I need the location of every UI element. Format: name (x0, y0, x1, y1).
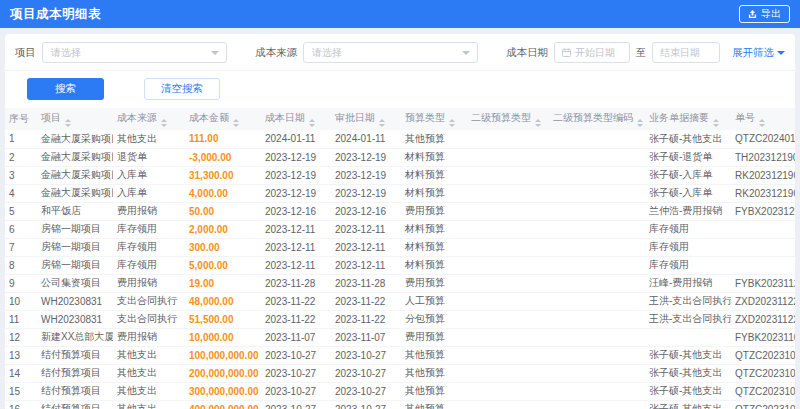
table-row[interactable]: 11WH20230831支出合同执行51,500.002023-11-22202… (5, 310, 795, 328)
column-header[interactable]: 项目 (37, 108, 113, 130)
sort-carets-icon[interactable] (65, 119, 71, 127)
cost-date-end-input[interactable]: 结束日期 (652, 42, 720, 63)
table-row[interactable]: 8房锦一期项目库存领用5,000.002023-12-112023-12-11材… (5, 256, 795, 274)
table-cell (549, 274, 645, 292)
table-cell: 2023-12-11 (331, 238, 401, 256)
sort-carets-icon[interactable] (637, 119, 643, 127)
table-cell: 2023-10-27 (261, 364, 331, 382)
table-cell: QTZC20231027002 (731, 364, 795, 382)
sort-carets-icon[interactable] (759, 119, 765, 127)
project-select[interactable]: 请选择 (42, 42, 227, 63)
table-cell: 5,000.00 (185, 256, 261, 274)
column-header[interactable]: 预算类型 (401, 108, 467, 130)
table-row[interactable]: 6房锦一期项目库存领用2,000.002023-12-112023-12-11材… (5, 220, 795, 238)
column-header-label: 成本来源 (117, 112, 157, 123)
table-cell: WH20230831 (37, 310, 113, 328)
column-header[interactable]: 二级预算类型 (467, 108, 549, 130)
chevron-down-icon (211, 51, 219, 55)
table-cell: 2023-12-19 (261, 148, 331, 166)
sort-carets-icon[interactable] (449, 119, 455, 127)
project-select-placeholder: 请选择 (51, 46, 81, 60)
top-header-bar: 项目成本明细表 导出 (0, 0, 800, 28)
search-button[interactable]: 搜索 (27, 78, 104, 100)
column-header[interactable]: 业务单据摘要 (645, 108, 731, 130)
page-title: 项目成本明细表 (10, 6, 101, 23)
table-cell (467, 274, 549, 292)
table-row[interactable]: 5和平饭店费用报销50.002023-12-162023-12-16费用预算兰仲… (5, 202, 795, 220)
table-row[interactable]: 3金融大厦采购项目入库单31,300.002023-12-192023-12-1… (5, 166, 795, 184)
table-cell: 库存领用 (113, 238, 185, 256)
project-filter: 项目 请选择 (15, 42, 255, 63)
table-cell: 8 (5, 256, 37, 274)
column-header-label: 成本金额 (189, 112, 229, 123)
table-cell: 金融大厦采购项目 (37, 166, 113, 184)
clear-search-button[interactable]: 清空搜索 (144, 78, 220, 100)
table-cell: 费用报销 (113, 274, 185, 292)
table-cell: 2023-10-27 (331, 400, 401, 409)
table-cell: 库存领用 (645, 220, 731, 238)
table-row[interactable]: 10WH20230831支出合同执行48,000.002023-11-22202… (5, 292, 795, 310)
column-header[interactable]: 成本日期 (261, 108, 331, 130)
table-cell: RK20231219003 (731, 166, 795, 184)
sort-carets-icon[interactable] (535, 119, 541, 127)
cost-source-select[interactable]: 请选择 (303, 42, 478, 63)
table-cell: 3 (5, 166, 37, 184)
table-row[interactable]: 7房锦一期项目库存领用300.002023-12-112023-12-11材料预… (5, 238, 795, 256)
table-cell: 其他预算 (401, 130, 467, 148)
table-row[interactable]: 1金融大厦采购项目其他支出111.002024-01-112024-01-11其… (5, 130, 795, 148)
column-header[interactable]: 二级预算类型编码 (549, 108, 645, 130)
table-cell: WH20230831 (37, 292, 113, 310)
calendar-icon (562, 48, 571, 57)
table-row[interactable]: 13结付预算项目其他支出100,000,000.002023-10-272023… (5, 346, 795, 364)
export-button[interactable]: 导出 (739, 5, 790, 23)
table-cell: FYBK20231128001 (731, 274, 795, 292)
column-header-label: 业务单据摘要 (649, 112, 709, 123)
column-header[interactable]: 单号 (731, 108, 795, 130)
project-filter-label: 项目 (15, 46, 36, 60)
sort-carets-icon[interactable] (161, 119, 167, 127)
table-cell: 2024-01-11 (331, 130, 401, 148)
table-cell: 6 (5, 220, 37, 238)
table-cell: 2023-12-19 (331, 184, 401, 202)
date-range-separator: 至 (636, 46, 646, 60)
table-row[interactable]: 9公司集资项目费用报销19.002023-11-282023-11-28费用预算… (5, 274, 795, 292)
cost-date-start-input[interactable]: 开始日期 (554, 42, 630, 63)
expand-filter-link[interactable]: 展开筛选 (732, 46, 785, 60)
sort-carets-icon[interactable] (713, 119, 719, 127)
column-header[interactable]: 成本来源 (113, 108, 185, 130)
table-cell: 费用报销 (113, 202, 185, 220)
table-row[interactable]: 12新建XX总部大厦工程二期费用报销10,000.002023-11-07202… (5, 328, 795, 346)
table-cell: RK20231219002 (731, 184, 795, 202)
table-row[interactable]: 4金融大厦采购项目入库单4,000.002023-12-192023-12-19… (5, 184, 795, 202)
table-cell: 费用预算 (401, 202, 467, 220)
table-cell: ZXD20231122001 (731, 310, 795, 328)
table-cell: 张子硕-其他支出 (645, 346, 731, 364)
table-cell: FYBK20231107001 (731, 328, 795, 346)
table-cell: 2023-12-11 (331, 220, 401, 238)
table-cell (467, 202, 549, 220)
table-row[interactable]: 15结付预算项目其他支出300,000,000.002023-10-272023… (5, 382, 795, 400)
column-header[interactable]: 成本金额 (185, 108, 261, 130)
table-row[interactable]: 2金融大厦采购项目退货单-3,000.002023-12-192023-12-1… (5, 148, 795, 166)
column-header-label: 预算类型 (405, 112, 445, 123)
sort-carets-icon[interactable] (233, 119, 239, 127)
table-cell: 300.00 (185, 238, 261, 256)
table-row[interactable]: 16结付预算项目其他支出400,000,000.002023-10-272023… (5, 400, 795, 409)
table-cell: 张子硕-入库单 (645, 184, 731, 202)
table-cell (549, 256, 645, 274)
column-header[interactable]: 审批日期 (331, 108, 401, 130)
table-cell: 新建XX总部大厦工程二期 (37, 328, 113, 346)
table-cell: 7 (5, 238, 37, 256)
export-icon (748, 10, 757, 19)
table-cell: 库存领用 (645, 256, 731, 274)
table-cell: 2023-10-27 (261, 382, 331, 400)
sort-carets-icon[interactable] (309, 119, 315, 127)
sort-carets-icon[interactable] (379, 119, 385, 127)
table-cell (549, 148, 645, 166)
column-header-label: 序号 (9, 113, 29, 124)
table-row[interactable]: 14结付预算项目其他支出200,000,000.002023-10-272023… (5, 364, 795, 382)
table-cell: 入库单 (113, 166, 185, 184)
table-cell (731, 220, 795, 238)
table-cell (467, 184, 549, 202)
table-cell: 50.00 (185, 202, 261, 220)
